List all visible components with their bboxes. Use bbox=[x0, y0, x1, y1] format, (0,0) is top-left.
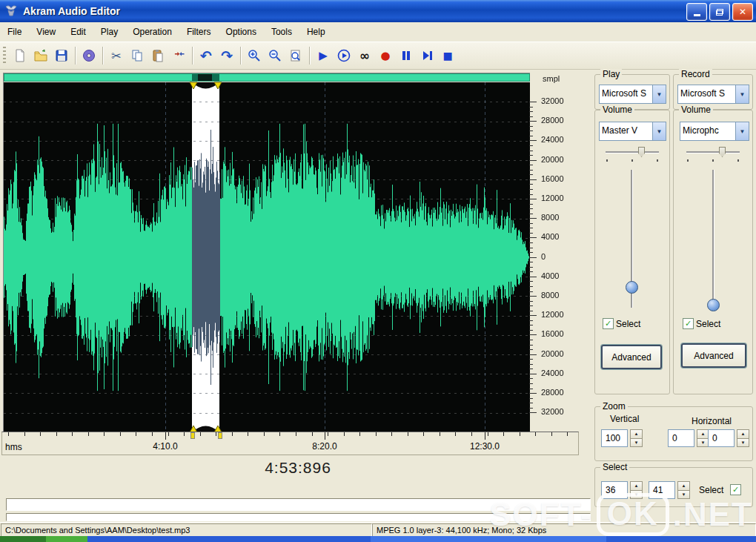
undo-button[interactable]: ↶ bbox=[196, 45, 216, 66]
play-volume-thumb[interactable] bbox=[626, 281, 638, 294]
loop-button[interactable]: ∞ bbox=[354, 45, 375, 66]
record-balance-thumb[interactable] bbox=[719, 147, 726, 157]
zoom-vertical-spinner[interactable]: 100 ▲▼ bbox=[601, 429, 643, 447]
play-step-button[interactable] bbox=[417, 45, 437, 66]
play-select-checkbox[interactable]: ✓ bbox=[603, 318, 614, 329]
time-display: 4:53:896 bbox=[187, 459, 409, 477]
timeline-minor-tick bbox=[152, 432, 153, 436]
pause-icon bbox=[399, 48, 414, 63]
zoom-out-button[interactable] bbox=[265, 45, 285, 66]
menu-item-options[interactable]: Options bbox=[219, 24, 264, 39]
menu-item-help[interactable]: Help bbox=[299, 24, 333, 39]
chevron-down-icon[interactable]: ▼ bbox=[735, 122, 749, 140]
menu-item-view[interactable]: View bbox=[29, 24, 63, 39]
play-button[interactable]: ▶ bbox=[313, 45, 334, 66]
spin-up-icon[interactable]: ▲ bbox=[631, 482, 642, 491]
record-select-label: Select bbox=[696, 319, 720, 329]
cut-button[interactable]: ✂ bbox=[106, 45, 127, 66]
record-advanced-button[interactable]: Advanced bbox=[681, 343, 746, 368]
chevron-down-icon[interactable]: ▼ bbox=[652, 122, 666, 140]
save-button[interactable] bbox=[51, 45, 72, 66]
ruler-minor-tick bbox=[529, 340, 533, 340]
redo-button[interactable]: ↷ bbox=[216, 45, 237, 66]
minimize-button[interactable] bbox=[686, 3, 707, 21]
timeline-minor-tick bbox=[296, 432, 296, 436]
paste-button[interactable] bbox=[147, 45, 168, 66]
play-device-combobox[interactable]: Microsoft S ▼ bbox=[599, 85, 666, 104]
ruler-minor-tick bbox=[529, 262, 533, 262]
ruler-minor-tick bbox=[529, 305, 533, 306]
zoom-horizontal-spinner-1[interactable]: 0 ▲▼ bbox=[668, 429, 709, 447]
stop-button[interactable]: ■ bbox=[437, 45, 458, 66]
spin-up-icon[interactable]: ▲ bbox=[678, 482, 689, 491]
spin-down-icon[interactable]: ▼ bbox=[737, 439, 749, 447]
cd-button[interactable] bbox=[79, 45, 99, 66]
timeline-minor-tick bbox=[232, 432, 233, 436]
play-select-label: Select bbox=[616, 319, 640, 329]
zoom-in-button[interactable] bbox=[244, 45, 265, 66]
ruler-minor-tick bbox=[529, 194, 533, 195]
cd-icon bbox=[82, 48, 96, 63]
close-button[interactable]: ✕ bbox=[732, 3, 753, 21]
menu-item-filters[interactable]: Filters bbox=[179, 24, 219, 39]
pause-button[interactable] bbox=[396, 45, 417, 66]
timeline-selection-marker[interactable] bbox=[218, 432, 222, 439]
timeline-selection-marker[interactable] bbox=[190, 432, 195, 439]
ruler-major-tick bbox=[529, 237, 537, 238]
time-ruler-unit: hms bbox=[5, 442, 22, 452]
ruler-label: 12000 bbox=[541, 310, 564, 319]
copy-button[interactable] bbox=[127, 45, 147, 66]
record-select-checkbox[interactable]: ✓ bbox=[683, 318, 694, 329]
spin-up-icon[interactable]: ▲ bbox=[697, 430, 709, 439]
timeline-minor-tick bbox=[264, 432, 265, 436]
trim-button[interactable] bbox=[168, 45, 189, 66]
time-ruler[interactable]: hms 4:10.08:20.012:30.0 bbox=[1, 432, 579, 455]
menu-item-edit[interactable]: Edit bbox=[63, 24, 93, 39]
spin-up-icon[interactable]: ▲ bbox=[737, 430, 749, 439]
menu-item-file[interactable]: File bbox=[0, 24, 29, 39]
record-volume-source-combobox[interactable]: Microphc ▼ bbox=[680, 122, 749, 141]
timeline-minor-tick bbox=[72, 432, 73, 436]
menu-item-play[interactable]: Play bbox=[93, 24, 125, 39]
record-volume-thumb[interactable] bbox=[707, 299, 720, 311]
menu-item-operation[interactable]: Operation bbox=[125, 24, 179, 39]
spin-up-icon[interactable]: ▲ bbox=[631, 430, 642, 439]
timeline-minor-tick bbox=[56, 432, 57, 436]
zoom-horizontal-value-2[interactable]: 0 bbox=[708, 429, 735, 447]
waveform-canvas[interactable] bbox=[3, 73, 530, 432]
watermark-part1: SOFT- bbox=[489, 496, 593, 533]
zoom-horizontal-spinner-2[interactable]: 0 ▲▼ bbox=[708, 429, 749, 447]
record-button[interactable]: ● bbox=[375, 45, 396, 66]
toolbar-grip[interactable] bbox=[3, 47, 6, 65]
chevron-down-icon[interactable]: ▼ bbox=[735, 85, 749, 103]
spin-down-icon[interactable]: ▼ bbox=[631, 439, 642, 447]
zoom-fit-button[interactable] bbox=[285, 45, 306, 66]
zoom-group: Zoom Vertical Horizontal 100 ▲▼ 0 ▲▼ 0 ▲… bbox=[594, 406, 753, 461]
ruler-major-tick bbox=[529, 102, 537, 102]
record-device-combobox[interactable]: Microsoft S ▼ bbox=[677, 85, 749, 104]
play-icon: ▶ bbox=[319, 49, 328, 62]
zoom-out-icon bbox=[268, 48, 282, 63]
ruler-minor-tick bbox=[529, 403, 533, 403]
record-balance-slider[interactable] bbox=[683, 146, 743, 158]
spin-down-icon[interactable]: ▼ bbox=[697, 439, 709, 447]
ruler-major-tick bbox=[529, 412, 537, 413]
chevron-down-icon[interactable]: ▼ bbox=[652, 85, 666, 103]
zoom-horizontal-value-1[interactable]: 0 bbox=[668, 429, 694, 447]
restore-button[interactable] bbox=[709, 3, 730, 21]
play-balance-slider[interactable] bbox=[603, 146, 662, 158]
play-advanced-button[interactable]: Advanced bbox=[601, 345, 662, 369]
timeline-minor-tick bbox=[551, 432, 552, 436]
undo-icon: ↶ bbox=[200, 47, 212, 64]
open-button[interactable] bbox=[30, 45, 51, 66]
zoom-vertical-value[interactable]: 100 bbox=[601, 429, 628, 447]
play-all-button[interactable] bbox=[334, 45, 354, 66]
toolbar: ✂↶↷▶∞●■ bbox=[0, 42, 756, 70]
menu-item-tools[interactable]: Tools bbox=[264, 24, 299, 39]
new-button[interactable] bbox=[10, 45, 30, 66]
record-volume-caption: Volume bbox=[679, 105, 713, 115]
play-balance-thumb[interactable] bbox=[638, 147, 645, 157]
ruler-minor-tick bbox=[529, 107, 533, 108]
play-volume-source-combobox[interactable]: Master V ▼ bbox=[599, 122, 666, 141]
timeline-minor-tick bbox=[440, 432, 440, 436]
